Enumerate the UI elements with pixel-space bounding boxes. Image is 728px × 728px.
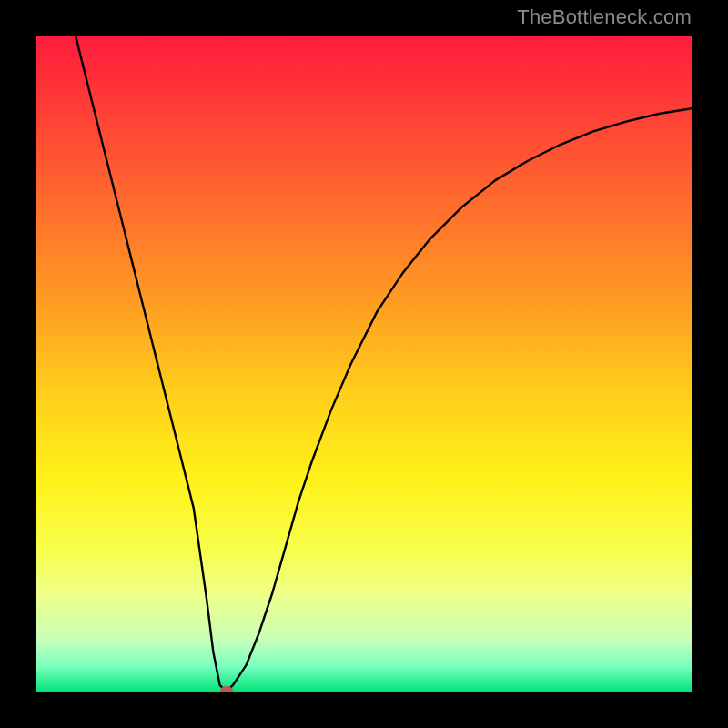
plot-area bbox=[36, 36, 692, 692]
watermark-label: TheBottleneck.com bbox=[517, 5, 692, 29]
bottleneck-curve bbox=[36, 36, 692, 692]
chart-frame: TheBottleneck.com bbox=[0, 0, 728, 728]
vertex-marker-icon bbox=[220, 686, 233, 692]
curve-path bbox=[76, 36, 692, 692]
